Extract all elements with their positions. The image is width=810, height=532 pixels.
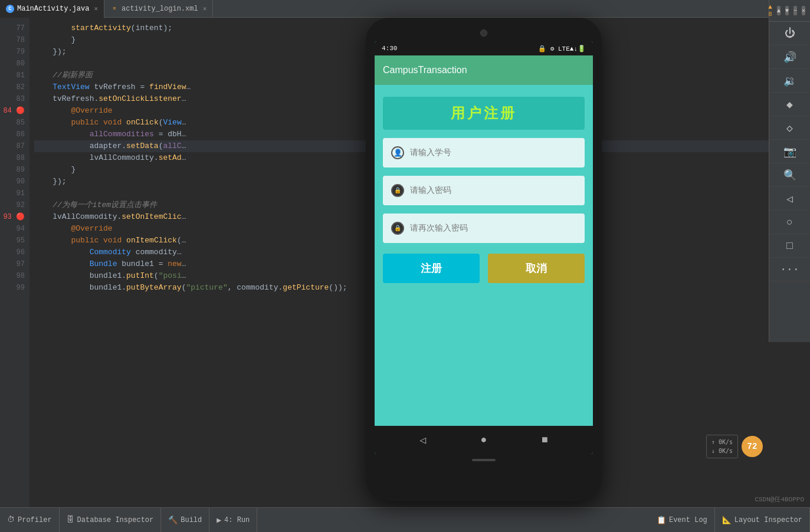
lock2-icon: 🔒 bbox=[391, 222, 404, 235]
line-num-79: 79 bbox=[0, 46, 25, 58]
watermark: CSDN@任4BOPPO bbox=[755, 495, 804, 504]
database-inspector-btn[interactable]: 🗄 Database Inspector bbox=[60, 508, 162, 533]
right-toolbar-header: ▲ 8 ▲ ▼ − ✕ bbox=[769, 0, 810, 22]
register-banner: 用户注册 bbox=[383, 97, 585, 130]
camera-icon-btn[interactable]: 📷 bbox=[769, 140, 810, 163]
layout-inspector-icon: 📐 bbox=[722, 515, 732, 525]
line-num-78: 78 bbox=[0, 34, 25, 46]
network-overlay: ↑ 0K/s ↓ 0K/s 72 bbox=[706, 435, 763, 458]
home-icon-btn[interactable]: ○ bbox=[769, 211, 810, 234]
profiler-icon: ⏱ bbox=[7, 515, 15, 524]
event-log-icon: 📋 bbox=[657, 515, 666, 525]
database-inspector-label: Database Inspector bbox=[77, 516, 154, 524]
phone-content: 用户注册 👤 请输入学号 🔒 请输入密码 🔒 请再次输入密码 bbox=[375, 85, 593, 426]
line-num-96: 96 bbox=[0, 247, 25, 258]
back-icon-btn[interactable]: ◁ bbox=[769, 187, 810, 211]
profiler-btn[interactable]: ⏱ Profiler bbox=[0, 508, 60, 533]
event-log-label: Event Log bbox=[669, 516, 707, 524]
phone-app-title: CampusTransaction bbox=[383, 65, 467, 75]
bottom-toolbar: ⏱ Profiler 🗄 Database Inspector 🔨 Build … bbox=[0, 507, 810, 532]
database-icon: 🗄 bbox=[67, 515, 74, 524]
phone-recents-btn[interactable]: ■ bbox=[542, 434, 548, 446]
layout-inspector-btn[interactable]: 📐 Layout Inspector bbox=[715, 508, 810, 533]
profiler-label: Profiler bbox=[18, 516, 52, 524]
network-badge-icon: 72 bbox=[742, 436, 763, 457]
phone-nav-bar: ◁ ● ■ bbox=[375, 426, 593, 454]
diamond-outline-icon-btn[interactable]: ◇ bbox=[769, 116, 810, 140]
tab-main-activity-label: MainActivity.java bbox=[17, 5, 89, 13]
password-input[interactable]: 🔒 请输入密码 bbox=[383, 176, 585, 205]
more-icon-btn[interactable]: ··· bbox=[769, 258, 810, 281]
register-title: 用户注册 bbox=[451, 104, 517, 123]
phone-overlay: 4:30 🔒 ⚙ LTE▲↓🔋 CampusTransaction 用户注册 👤… bbox=[366, 18, 602, 501]
arrow-down-btn[interactable]: ▼ bbox=[785, 6, 789, 15]
phone-camera bbox=[480, 29, 487, 37]
event-log-btn[interactable]: 📋 Event Log bbox=[650, 508, 715, 533]
diamond-filled-icon-btn[interactable]: ◆ bbox=[769, 93, 810, 116]
phone-status-bar: 4:30 🔒 ⚙ LTE▲↓🔋 bbox=[375, 41, 593, 55]
line-num-83: 83 bbox=[0, 93, 25, 105]
line-num-81: 81 bbox=[0, 70, 25, 81]
lock-icon: 🔒 bbox=[391, 184, 404, 197]
cancel-button[interactable]: 取消 bbox=[488, 254, 585, 283]
java-icon: C bbox=[6, 5, 14, 13]
zoom-icon-btn[interactable]: 🔍 bbox=[769, 163, 810, 187]
line-num-77: 77 bbox=[0, 22, 25, 34]
student-id-placeholder: 请输入学号 bbox=[410, 147, 451, 158]
xml-icon: ≡ bbox=[110, 5, 119, 13]
line-num-89: 89 bbox=[0, 164, 25, 176]
tab-activity-login[interactable]: ≡ activity_login.xml ✕ bbox=[104, 0, 213, 18]
recents-icon-btn[interactable]: □ bbox=[769, 234, 810, 258]
phone-screen: 4:30 🔒 ⚙ LTE▲↓🔋 CampusTransaction 用户注册 👤… bbox=[375, 41, 593, 454]
run-btn[interactable]: ▶ 4: Run bbox=[209, 508, 257, 533]
tab-main-activity[interactable]: C MainActivity.java ✕ bbox=[0, 0, 104, 18]
line-num-99: 99 bbox=[0, 282, 25, 294]
volume-up-icon-btn[interactable]: 🔊 bbox=[769, 45, 810, 69]
phone-time: 4:30 bbox=[382, 45, 397, 52]
arrow-up-btn[interactable]: ▲ bbox=[777, 6, 781, 15]
layout-inspector-label: Layout Inspector bbox=[734, 516, 802, 524]
line-num-87: 87 bbox=[0, 140, 25, 152]
line-num-91: 91 bbox=[0, 188, 25, 199]
right-toolbar: ▲ 8 ▲ ▼ − ✕ ⏻ 🔊 🔉 ◆ ◇ 📷 🔍 ◁ ○ □ ··· bbox=[769, 0, 810, 342]
line-num-86: 86 bbox=[0, 129, 25, 140]
line-num-88: 88 bbox=[0, 152, 25, 164]
phone-home-indicator bbox=[375, 454, 593, 466]
line-num-98: 98 bbox=[0, 270, 25, 282]
tab-main-activity-close[interactable]: ✕ bbox=[94, 5, 98, 12]
line-num-92: 92 bbox=[0, 199, 25, 211]
confirm-password-placeholder: 请再次输入密码 bbox=[410, 223, 468, 234]
build-icon: 🔨 bbox=[168, 515, 178, 525]
line-num-90: 90 bbox=[0, 176, 25, 188]
phone-home-btn[interactable]: ● bbox=[481, 434, 487, 446]
tab-activity-login-close[interactable]: ✕ bbox=[203, 5, 207, 12]
action-buttons: 注册 取消 bbox=[383, 254, 585, 283]
line-num-80: 80 bbox=[0, 58, 25, 70]
line-num-97: 97 bbox=[0, 258, 25, 270]
phone-frame: 4:30 🔒 ⚙ LTE▲↓🔋 CampusTransaction 用户注册 👤… bbox=[366, 18, 602, 501]
run-icon: ▶ bbox=[217, 515, 221, 525]
line-num-82: 82 bbox=[0, 81, 25, 93]
line-numbers: 77 78 79 80 81 82 83 84 🔴 85 86 87 88 89… bbox=[0, 18, 29, 507]
minimize-btn[interactable]: − bbox=[793, 6, 797, 15]
power-icon-btn[interactable]: ⏻ bbox=[769, 22, 810, 45]
line-num-85: 85 bbox=[0, 117, 25, 129]
line-num-84: 84 🔴 bbox=[0, 105, 25, 117]
download-speed: ↓ 0K/s bbox=[711, 446, 733, 455]
register-button[interactable]: 注册 bbox=[383, 254, 480, 283]
tab-bar: C MainActivity.java ✕ ≡ activity_login.x… bbox=[0, 0, 810, 18]
student-id-input[interactable]: 👤 请输入学号 bbox=[383, 138, 585, 168]
user-icon: 👤 bbox=[391, 146, 404, 159]
phone-back-btn[interactable]: ◁ bbox=[419, 434, 426, 446]
line-num-93: 93 🔴 bbox=[0, 211, 25, 223]
tab-activity-login-label: activity_login.xml bbox=[122, 5, 198, 13]
phone-app-bar: CampusTransaction bbox=[375, 55, 593, 85]
build-label: Build bbox=[181, 516, 202, 524]
volume-down-icon-btn[interactable]: 🔉 bbox=[769, 69, 810, 93]
upload-speed: ↑ 0K/s bbox=[711, 438, 733, 446]
warning-badge: ▲ 8 bbox=[768, 4, 772, 18]
close-btn[interactable]: ✕ bbox=[802, 6, 805, 15]
phone-status-icons: 🔒 ⚙ LTE▲↓🔋 bbox=[538, 45, 586, 52]
build-btn[interactable]: 🔨 Build bbox=[161, 508, 209, 533]
confirm-password-input[interactable]: 🔒 请再次输入密码 bbox=[383, 214, 585, 243]
